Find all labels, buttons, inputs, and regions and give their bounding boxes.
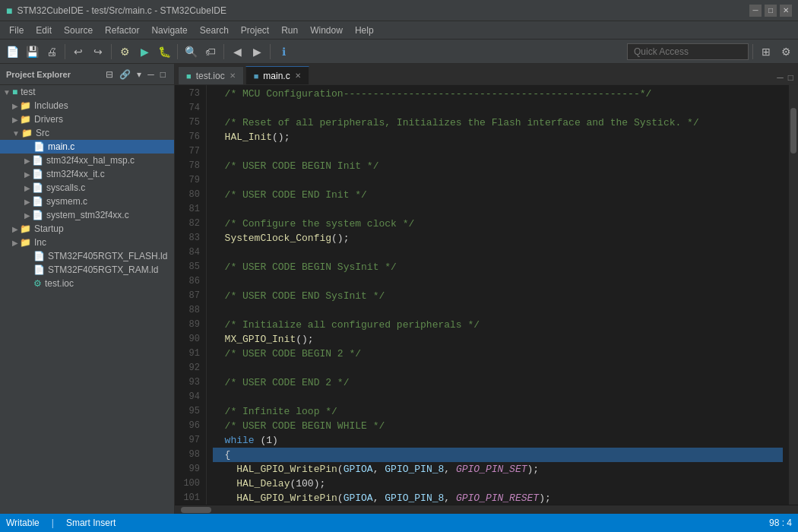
- tree-item-stm32f4xx-hal[interactable]: ▶📄stm32f4xx_hal_msp.c: [0, 154, 174, 167]
- tree-arrow: ▶: [12, 102, 18, 110]
- line-number: 73: [175, 87, 200, 101]
- save-button[interactable]: 💾: [23, 43, 41, 61]
- code-line: /* Infinite loop */: [213, 406, 337, 417]
- line-number: 83: [175, 231, 200, 245]
- menu-item-file[interactable]: File: [3, 24, 30, 37]
- line-number: 96: [175, 419, 200, 433]
- menu-item-run[interactable]: Run: [275, 24, 304, 37]
- menu-item-refactor[interactable]: Refactor: [99, 24, 145, 37]
- tree-item-stm32f4xx-it[interactable]: ▶📄stm32f4xx_it.c: [0, 167, 174, 181]
- tree-item-src[interactable]: ▼📁Src: [0, 126, 174, 140]
- tab-test-ioc-tab[interactable]: ■test.ioc✕: [178, 66, 244, 84]
- print-button[interactable]: 🖨: [43, 43, 61, 61]
- run-button[interactable]: ▶: [135, 43, 154, 61]
- menu-item-navigate[interactable]: Navigate: [145, 24, 193, 37]
- tab-close-button[interactable]: ✕: [295, 71, 301, 80]
- open-type-button[interactable]: 🏷: [201, 43, 220, 61]
- scroll-thumb[interactable]: [790, 108, 796, 154]
- tree-icon: ■: [12, 87, 17, 97]
- toolbar-separator-6: [752, 44, 753, 59]
- build-button[interactable]: ⚙: [116, 43, 134, 61]
- undo-button[interactable]: ↩: [69, 43, 87, 61]
- menu-item-window[interactable]: Window: [304, 24, 349, 37]
- line-number: 75: [175, 116, 200, 130]
- tree-icon: 📁: [20, 237, 31, 248]
- tree-item-startup[interactable]: ▶📁Startup: [0, 222, 174, 236]
- tree-item-test[interactable]: ▼■test: [0, 85, 174, 99]
- menu-item-project[interactable]: Project: [235, 24, 275, 37]
- tree-item-includes[interactable]: ▶📁Includes: [0, 99, 174, 112]
- code-editor: 7374757677787980818283848586878889909192…: [175, 85, 798, 505]
- minimize-button[interactable]: ─: [749, 5, 762, 17]
- tab-maximize-button[interactable]: □: [787, 72, 795, 83]
- tab-label: main.c: [263, 71, 290, 81]
- app-icon: ■: [6, 5, 12, 17]
- code-line: /* Configure the system clock */: [213, 218, 414, 230]
- sidebar-menu-button[interactable]: ▾: [135, 68, 144, 81]
- settings-button[interactable]: ⚙: [777, 43, 795, 61]
- menu-item-help[interactable]: Help: [349, 24, 380, 37]
- tree-label: Startup: [34, 223, 64, 234]
- code-line: /* USER CODE END Init */: [213, 189, 367, 201]
- new-file-button[interactable]: 📄: [3, 43, 21, 61]
- redo-button[interactable]: ↪: [89, 43, 107, 61]
- tab-bar: ■test.ioc✕■main.c✕ ─ □: [175, 64, 798, 85]
- forward-button[interactable]: ▶: [248, 43, 266, 61]
- tree-item-flash-ld[interactable]: 📄STM32F405RGTX_FLASH.ld: [0, 249, 174, 263]
- tree-item-inc[interactable]: ▶📁Inc: [0, 236, 174, 249]
- tree-item-test-ioc[interactable]: ⚙test.ioc: [0, 277, 174, 290]
- sidebar-minimize-button[interactable]: ─: [145, 68, 157, 81]
- info-button[interactable]: ℹ: [274, 43, 293, 61]
- tree-item-sysmem[interactable]: ▶📄sysmem.c: [0, 195, 174, 208]
- code-line: HAL_Init();: [213, 131, 290, 143]
- status-bar: Writable | Smart Insert 98 : 4: [0, 514, 798, 532]
- vertical-scrollbar[interactable]: [789, 85, 798, 505]
- tab-close-button[interactable]: ✕: [230, 71, 236, 80]
- tab-main-c-tab[interactable]: ■main.c✕: [245, 66, 309, 84]
- line-number: 79: [175, 173, 200, 188]
- search-toolbar-button[interactable]: 🔍: [182, 43, 200, 61]
- code-line: {: [213, 448, 783, 462]
- tree-label: stm32f4xx_hal_msp.c: [46, 155, 135, 166]
- sidebar-tree: ▼■test▶📁Includes▶📁Drivers▼📁Src📄main.c▶📄s…: [0, 85, 174, 514]
- status-writable: Writable: [6, 518, 40, 528]
- tree-label: Includes: [34, 100, 68, 111]
- maximize-button[interactable]: □: [765, 5, 777, 17]
- tree-item-drivers[interactable]: ▶📁Drivers: [0, 112, 174, 126]
- line-number: 86: [175, 274, 200, 289]
- tree-item-ram-ld[interactable]: 📄STM32F405RGTX_RAM.ld: [0, 263, 174, 277]
- tree-icon: 📄: [32, 169, 43, 179]
- menu-bar: FileEditSourceRefactorNavigateSearchProj…: [0, 21, 798, 40]
- tree-item-syscalls[interactable]: ▶📄syscalls.c: [0, 181, 174, 195]
- menu-item-search[interactable]: Search: [194, 24, 235, 37]
- sidebar-collapse-button[interactable]: ⊟: [103, 68, 116, 81]
- line-number: 87: [175, 289, 200, 303]
- tree-label: sysmem.c: [46, 196, 87, 207]
- tree-icon: 📄: [32, 182, 43, 193]
- menu-item-edit[interactable]: Edit: [30, 24, 58, 37]
- code-content[interactable]: /* MCU Configuration--------------------…: [207, 85, 789, 505]
- tree-label: Src: [36, 128, 49, 138]
- line-number: 80: [175, 188, 200, 202]
- code-line: /* USER CODE END SysInit */: [213, 290, 385, 302]
- sidebar-link-button[interactable]: 🔗: [117, 68, 133, 81]
- line-number: 77: [175, 144, 200, 159]
- quick-access-input[interactable]: [627, 43, 749, 60]
- tree-icon: 📄: [33, 141, 45, 152]
- perspective-button[interactable]: ⊞: [757, 43, 775, 61]
- tree-arrow: ▼: [3, 88, 11, 97]
- debug-button[interactable]: 🐛: [155, 43, 173, 61]
- sidebar-maximize-button[interactable]: □: [158, 68, 168, 81]
- line-number: 74: [175, 101, 200, 116]
- tab-minimize-button[interactable]: ─: [775, 72, 785, 83]
- back-button[interactable]: ◀: [228, 43, 246, 61]
- tree-item-main-c[interactable]: 📄main.c: [0, 140, 174, 154]
- title-bar: ■ STM32CubeIDE - test/Src/main.c - STM32…: [0, 0, 798, 21]
- tree-arrow: ▶: [24, 184, 30, 192]
- menu-item-source[interactable]: Source: [58, 24, 99, 37]
- line-number: 88: [175, 303, 200, 318]
- tree-item-system-stm32[interactable]: ▶📄system_stm32f4xx.c: [0, 208, 174, 222]
- tree-arrow: ▶: [24, 170, 30, 179]
- close-button[interactable]: ✕: [780, 5, 792, 17]
- horizontal-scrollbar[interactable]: [175, 505, 798, 514]
